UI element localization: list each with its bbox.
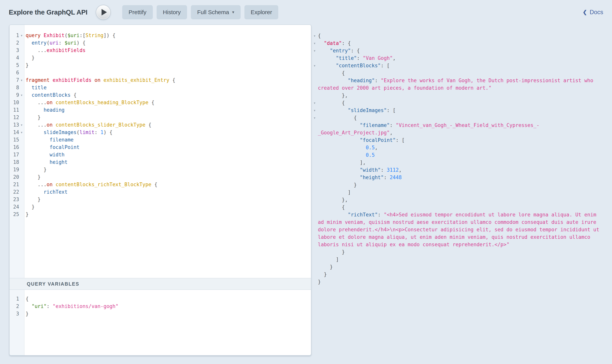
fold-gutter-spacer [312, 263, 317, 271]
chevron-left-icon: ❮ [583, 9, 587, 15]
code-text: { [317, 204, 345, 211]
code-text: "slideImages": [ [317, 107, 396, 114]
code-line: laboris nisi ut aliquip ex ea modo conse… [312, 241, 612, 248]
fold-gutter-spacer [312, 84, 317, 92]
code-line: 5} [10, 62, 311, 69]
fold-gutter-spacer [312, 234, 317, 241]
fold-gutter-spacer [19, 84, 24, 91]
code-line: 16 focalPoint [10, 143, 311, 151]
code-line: ▼ "slideImages": [ [312, 107, 612, 114]
code-line: } [312, 263, 612, 271]
line-number: 17 [10, 151, 19, 158]
code-line: labore et dolore magna aliqua, ut enim a… [312, 234, 612, 241]
code-line: } [312, 248, 612, 256]
history-label: History [163, 9, 181, 15]
execute-query-button[interactable] [96, 5, 110, 19]
fold-arrow-icon[interactable]: ▼ [19, 77, 24, 84]
fold-arrow-icon[interactable]: ▼ [19, 91, 24, 99]
code-text: ], [317, 159, 366, 166]
code-line: 2 "uri": "exhibitions/van-gogh" [10, 303, 311, 310]
code-text: "heading": "Explore the works of Van Gog… [317, 77, 593, 84]
query-editor[interactable]: 1▼query Exhibit($uri:[String]) {2 entry(… [10, 25, 311, 278]
fold-arrow-icon[interactable]: ▼ [312, 47, 317, 54]
code-text [24, 69, 26, 77]
code-line: 3 ...exhibitFields [10, 47, 311, 54]
fold-gutter-spacer [312, 122, 317, 129]
code-line: ], [312, 159, 612, 166]
code-line: "title": "Van Gogh", [312, 54, 612, 62]
fold-gutter-spacer [312, 226, 317, 234]
code-text: 0.5, [317, 144, 378, 151]
fold-arrow-icon[interactable]: ▼ [312, 107, 317, 114]
line-number: 19 [10, 166, 19, 173]
schema-select-button[interactable]: Full Schema ▾ [191, 5, 240, 19]
code-text: }, [317, 92, 348, 99]
line-number: 15 [10, 136, 19, 143]
code-line: 1{ [10, 295, 311, 303]
code-line: ] [312, 256, 612, 263]
fold-arrow-icon[interactable]: ▼ [19, 129, 24, 136]
query-variables-header[interactable]: QUERY VARIABLES [10, 278, 311, 290]
fold-arrow-icon[interactable]: ▼ [19, 32, 24, 39]
code-text: "richText": "<h4>Sed eiusmod tempor enco… [317, 211, 596, 219]
result-viewer[interactable]: ▼{▼ "data": {▼ "entry": { "title": "Van … [312, 25, 612, 286]
code-text: ...exhibitFields [24, 47, 85, 54]
docs-link[interactable]: ❮ Docs [583, 9, 603, 16]
code-line: 11 heading [10, 106, 311, 114]
code-text: dolore prehenderit.</h4>\n<p>Consectetur… [317, 226, 599, 234]
code-text: ...on contentBlocks_slider_BlockType { [24, 121, 151, 129]
fold-gutter-spacer [19, 203, 24, 211]
code-text: "height": 2448 [317, 174, 402, 181]
line-number: 2 [10, 303, 19, 310]
code-line: dolore prehenderit.</h4>\n<p>Consectetur… [312, 226, 612, 234]
code-line: "filename": "Vincent_van_Gogh_-_Wheat_Fi… [312, 122, 612, 129]
line-number: 14 [10, 129, 19, 136]
code-text: ] [317, 256, 339, 263]
fold-gutter-spacer [19, 295, 24, 303]
fold-arrow-icon[interactable]: ▼ [312, 114, 317, 122]
history-button[interactable]: History [157, 5, 187, 19]
explorer-label: Explorer [251, 9, 272, 15]
code-line: 7▼fragment exhibitFields on exhibits_exh… [10, 77, 311, 84]
code-text: "filename": "Vincent_van_Gogh_-_Wheat_Fi… [317, 122, 539, 129]
code-line: 12 } [10, 114, 311, 121]
code-text: ad minim veniam, quisism nostrud aese ex… [317, 219, 596, 226]
code-line: 24 } [10, 203, 311, 211]
code-text: } [24, 62, 29, 69]
fold-gutter-spacer [19, 158, 24, 166]
fold-arrow-icon[interactable]: ▼ [312, 62, 317, 69]
fold-gutter-spacer [312, 204, 317, 211]
fold-arrow-icon[interactable]: ▼ [312, 32, 317, 39]
page-title: Explore the GraphQL API [9, 8, 87, 16]
line-number: 4 [10, 54, 19, 62]
code-line: ▼ { [312, 99, 612, 107]
code-line: 15 filename [10, 136, 311, 143]
code-line: 25} [10, 211, 311, 218]
fold-arrow-icon[interactable]: ▼ [312, 39, 317, 47]
docs-label: Docs [590, 9, 603, 16]
line-number: 7 [10, 77, 19, 84]
code-text: title [24, 84, 47, 91]
code-line: 3} [10, 310, 311, 318]
fold-arrow-icon[interactable]: ▼ [19, 121, 24, 129]
fold-gutter-spacer [312, 166, 317, 174]
code-text: } [317, 271, 327, 278]
fold-gutter-spacer [19, 211, 24, 218]
variables-editor[interactable]: 1{2 "uri": "exhibitions/van-gogh"3} [10, 290, 311, 355]
fold-gutter-spacer [19, 136, 24, 143]
fold-arrow-icon[interactable]: ▼ [312, 99, 317, 107]
explorer-button[interactable]: Explorer [244, 5, 279, 19]
line-number: 9 [10, 91, 19, 99]
code-text: } [24, 114, 40, 121]
line-number: 22 [10, 188, 19, 196]
line-number: 20 [10, 173, 19, 181]
code-line: "richText": "<h4>Sed eiusmod tempor enco… [312, 211, 612, 219]
fold-gutter-spacer [312, 129, 317, 136]
fold-gutter-spacer [312, 248, 317, 256]
code-text: entry(uri: $uri) { [24, 39, 85, 47]
prettify-button[interactable]: Prettify [122, 5, 153, 19]
fold-gutter-spacer [312, 196, 317, 204]
toolbar: Explore the GraphQL API Prettify History… [0, 0, 612, 25]
fold-gutter-spacer [312, 144, 317, 151]
code-line: 6 [10, 69, 311, 77]
